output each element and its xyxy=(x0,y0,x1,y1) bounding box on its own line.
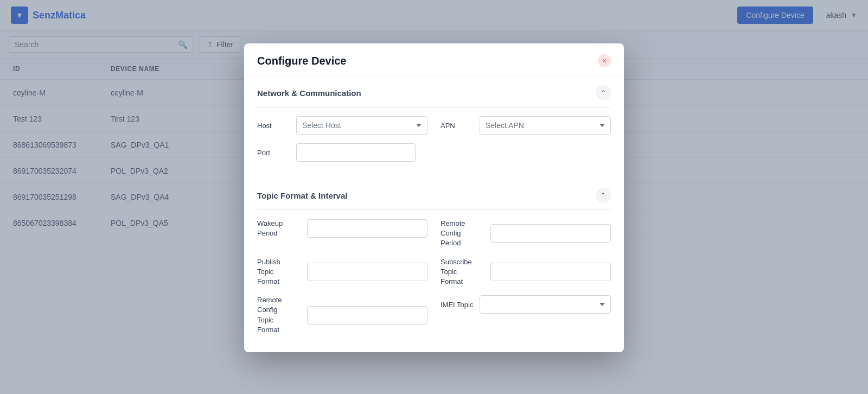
imei-topic-group: IMEI Topic xyxy=(441,295,611,314)
wakeup-period-input[interactable] xyxy=(307,219,427,238)
subscribe-topic-format-label: SubscribeTopicFormat xyxy=(441,257,484,287)
remote-config-topic-format-group: RemoteConfigTopicFormat xyxy=(257,295,427,335)
wakeup-period-label: WakeupPeriod xyxy=(257,219,301,238)
topic-collapse-button[interactable]: ⌃ xyxy=(596,188,611,203)
subscribe-topic-format-input[interactable] xyxy=(490,263,611,281)
network-collapse-button[interactable]: ⌃ xyxy=(596,85,611,100)
network-section: Network & Communication ⌃ Host Select Ho… xyxy=(244,77,624,179)
imei-topic-label: IMEI Topic xyxy=(441,301,473,309)
apn-label: APN xyxy=(441,122,473,130)
remote-config-period-input[interactable] xyxy=(490,224,611,243)
apn-select[interactable]: Select APN xyxy=(480,116,611,135)
modal-close-button[interactable]: × xyxy=(598,54,611,67)
remote-config-topic-format-input[interactable] xyxy=(307,306,427,325)
host-label: Host xyxy=(257,122,290,130)
configure-device-modal: Configure Device × Network & Communicati… xyxy=(244,43,624,352)
imei-topic-select[interactable] xyxy=(480,295,611,314)
port-row: Port xyxy=(257,143,611,162)
publish-topic-format-label: PublishTopicFormat xyxy=(257,257,301,287)
publish-topic-format-group: PublishTopicFormat xyxy=(257,257,427,287)
remote-config-topic-format-label: RemoteConfigTopicFormat xyxy=(257,295,301,335)
network-section-header: Network & Communication ⌃ xyxy=(257,77,611,107)
port-input[interactable] xyxy=(296,143,416,162)
publish-subscribe-row: PublishTopicFormat SubscribeTopicFormat xyxy=(257,257,611,287)
topic-section-title: Topic Format & Interval xyxy=(257,191,347,200)
port-group: Port xyxy=(257,143,611,162)
network-section-title: Network & Communication xyxy=(257,88,361,98)
modal-title: Configure Device xyxy=(257,55,346,67)
port-label: Port xyxy=(257,149,290,157)
remote-config-topic-imei-row: RemoteConfigTopicFormat IMEI Topic xyxy=(257,295,611,335)
modal-overlay: Configure Device × Network & Communicati… xyxy=(0,0,868,394)
publish-topic-format-input[interactable] xyxy=(307,263,427,281)
modal-header: Configure Device × xyxy=(244,43,624,77)
topic-section: Topic Format & Interval ⌃ WakeupPeriod R… xyxy=(244,179,624,352)
subscribe-topic-format-group: SubscribeTopicFormat xyxy=(441,257,611,287)
host-group: Host Select Host xyxy=(257,116,427,135)
wakeup-period-group: WakeupPeriod xyxy=(257,219,427,238)
topic-section-header: Topic Format & Interval ⌃ xyxy=(257,179,611,210)
remote-config-period-label: RemoteConfigPeriod xyxy=(441,219,484,249)
host-select[interactable]: Select Host xyxy=(296,116,427,135)
modal-body[interactable]: Network & Communication ⌃ Host Select Ho… xyxy=(244,77,624,352)
wakeup-remote-config-row: WakeupPeriod RemoteConfigPeriod xyxy=(257,219,611,249)
host-apn-row: Host Select Host APN Select APN xyxy=(257,116,611,135)
remote-config-period-group: RemoteConfigPeriod xyxy=(441,219,611,249)
apn-group: APN Select APN xyxy=(441,116,611,135)
